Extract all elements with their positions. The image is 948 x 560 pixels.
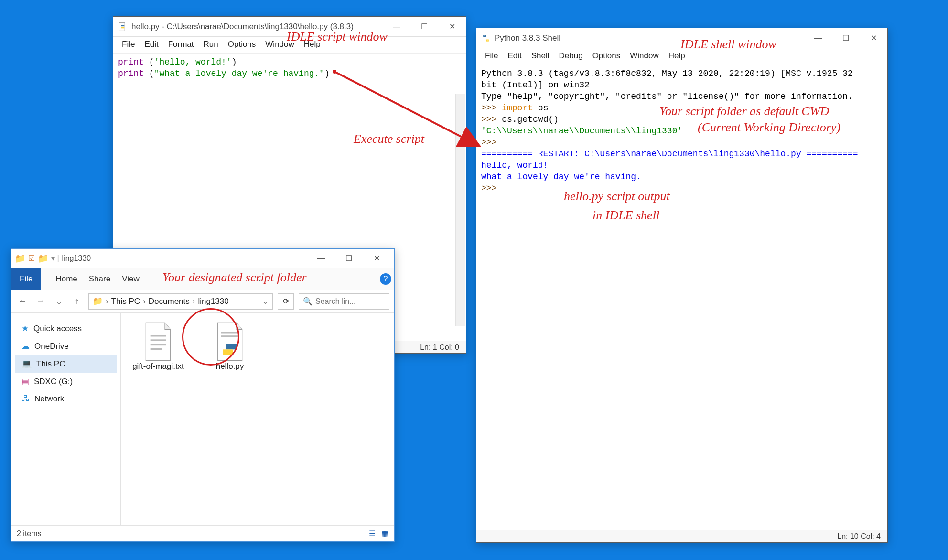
file-item-txt[interactable]: gift-of-magi.txt xyxy=(129,322,187,371)
ribbon-share[interactable]: Share xyxy=(89,274,110,284)
forward-button[interactable]: → xyxy=(34,296,47,306)
svg-point-1 xyxy=(484,35,485,36)
restart-line: ========== RESTART: C:\Users\narae\Docum… xyxy=(481,149,858,159)
cursor-position: Ln: 10 Col: 4 xyxy=(837,532,881,541)
shell-prompt: >>> xyxy=(481,103,502,113)
crumb-ling1330[interactable]: ling1330 xyxy=(198,297,228,306)
close-button[interactable]: ✕ xyxy=(363,248,390,269)
maximize-button[interactable]: ☐ xyxy=(335,248,363,269)
shell-prompt: >>> xyxy=(481,138,502,147)
folder-icon: 📁 xyxy=(15,253,25,264)
maximize-button[interactable]: ☐ xyxy=(410,17,438,37)
minimize-button[interactable]: — xyxy=(804,28,832,48)
code-string: 'hello, world!' xyxy=(154,57,232,67)
explorer-tabbar: 📁 ☑ 📁 ▾ | ling1330 — ☐ ✕ xyxy=(11,249,394,268)
shell-banner: Python 3.8.3 (tags/v3.8.3:6f8c832, May 1… xyxy=(481,69,853,78)
menu-window[interactable]: Window xyxy=(261,39,298,50)
breadcrumb[interactable]: 📁 › This PC › Documents › ling1330 ⌄ xyxy=(88,293,273,310)
item-count: 2 items xyxy=(17,529,42,538)
file-explorer-window: 📁 ☑ 📁 ▾ | ling1330 — ☐ ✕ File Home Share… xyxy=(11,248,395,542)
search-input[interactable]: 🔍 Search lin... xyxy=(299,293,389,310)
python-file-icon xyxy=(118,22,128,32)
shell-output-area[interactable]: Python 3.8.3 (tags/v3.8.3:6f8c832, May 1… xyxy=(476,65,887,530)
explorer-tab-title: ling1330 xyxy=(62,254,91,263)
code-fn: print xyxy=(118,69,144,78)
shell-title: Python 3.8.3 Shell xyxy=(495,33,560,43)
menu-debug[interactable]: Debug xyxy=(555,50,587,62)
folder-icon: 📁 xyxy=(93,296,103,306)
file-pane[interactable]: gift-of-magi.txt hello.py xyxy=(121,313,394,525)
svg-rect-5 xyxy=(151,344,166,346)
shell-banner: bit (Intel)] on win32 xyxy=(481,80,590,90)
script-output: what a lovely day we're having. xyxy=(481,172,641,182)
details-view-icon[interactable]: ☰ xyxy=(369,529,376,538)
script-menubar: File Edit Format Run Options Window Help xyxy=(113,37,466,54)
close-button[interactable]: ✕ xyxy=(860,28,887,48)
chevron-down-icon[interactable]: ⌄ xyxy=(262,296,269,306)
cloud-icon: ☁ xyxy=(22,341,30,351)
folder-icon: 📁 xyxy=(38,253,48,264)
sidebar-sdxc[interactable]: ▤SDXC (G:) xyxy=(15,373,117,390)
explorer-statusbar: 2 items ☰ ▦ xyxy=(11,525,394,541)
menu-edit[interactable]: Edit xyxy=(504,50,525,62)
shell-titlebar[interactable]: Python 3.8.3 Shell — ☐ ✕ xyxy=(476,28,887,48)
ribbon-file-tab[interactable]: File xyxy=(11,268,41,290)
menu-help[interactable]: Help xyxy=(665,50,689,62)
icons-view-icon[interactable]: ▦ xyxy=(381,529,388,538)
menu-file[interactable]: File xyxy=(481,50,502,62)
explorer-sidebar: ★Quick access ☁OneDrive 💻This PC ▤SDXC (… xyxy=(11,313,121,525)
minimize-button[interactable]: — xyxy=(307,248,335,269)
code-string: "what a lovely day we're having." xyxy=(154,69,324,78)
ribbon-expand-icon[interactable]: ⌄ xyxy=(256,274,263,284)
menu-options[interactable]: Options xyxy=(224,39,260,50)
menu-options[interactable]: Options xyxy=(589,50,625,62)
idle-shell-window: Python 3.8.3 Shell — ☐ ✕ File Edit Shell… xyxy=(476,28,888,543)
cursor-position: Ln: 1 Col: 0 xyxy=(420,343,459,352)
up-button[interactable]: ↑ xyxy=(70,296,84,306)
sidebar-quick-access[interactable]: ★Quick access xyxy=(15,320,117,337)
network-icon: 🖧 xyxy=(22,394,30,404)
menu-format[interactable]: Format xyxy=(164,39,198,50)
recent-button[interactable]: ⌄ xyxy=(52,296,65,307)
ribbon-view[interactable]: View xyxy=(122,274,140,284)
sd-card-icon: ▤ xyxy=(22,377,29,387)
qa-toggle-icon[interactable]: ☑ xyxy=(28,254,35,263)
cwd-output: 'C:\\Users\\narae\\Documents\\ling1330' xyxy=(481,126,682,136)
svg-rect-6 xyxy=(151,348,162,350)
svg-rect-8 xyxy=(221,335,238,337)
minimize-button[interactable]: — xyxy=(383,17,410,37)
sidebar-this-pc[interactable]: 💻This PC xyxy=(15,355,117,373)
menu-file[interactable]: File xyxy=(118,39,139,50)
menu-shell[interactable]: Shell xyxy=(528,50,553,62)
svg-rect-0 xyxy=(119,22,125,31)
star-icon: ★ xyxy=(22,323,29,334)
shell-banner: Type "help", "copyright", "credits" or "… xyxy=(481,92,853,101)
menu-edit[interactable]: Edit xyxy=(140,39,162,50)
file-label: gift-of-magi.txt xyxy=(129,362,187,371)
search-placeholder: Search lin... xyxy=(315,297,356,306)
crumb-documents[interactable]: Documents xyxy=(149,297,190,306)
script-titlebar[interactable]: hello.py - C:\Users\narae\Documents\ling… xyxy=(113,17,466,37)
svg-point-2 xyxy=(487,40,488,41)
menu-run[interactable]: Run xyxy=(200,39,222,50)
menu-help[interactable]: Help xyxy=(300,39,324,50)
scrollbar[interactable] xyxy=(455,94,465,326)
sidebar-onedrive[interactable]: ☁OneDrive xyxy=(15,337,117,355)
help-icon[interactable]: ? xyxy=(380,273,391,285)
crumb-this-pc[interactable]: This PC xyxy=(111,297,140,306)
code-fn: print xyxy=(118,57,144,67)
shell-statusbar: Ln: 10 Col: 4 xyxy=(476,530,887,542)
refresh-button[interactable]: ⟳ xyxy=(278,293,294,310)
back-button[interactable]: ← xyxy=(16,296,29,306)
shell-prompt: >>> xyxy=(481,183,502,193)
close-button[interactable]: ✕ xyxy=(438,17,466,37)
ribbon-home[interactable]: Home xyxy=(55,274,77,284)
menu-window[interactable]: Window xyxy=(626,50,662,62)
script-output: hello, world! xyxy=(481,161,548,170)
svg-rect-7 xyxy=(221,332,238,334)
text-cursor xyxy=(503,184,503,193)
sidebar-network[interactable]: 🖧Network xyxy=(15,390,117,408)
file-item-py[interactable]: hello.py xyxy=(201,322,259,371)
file-label: hello.py xyxy=(201,362,259,371)
maximize-button[interactable]: ☐ xyxy=(832,28,860,48)
